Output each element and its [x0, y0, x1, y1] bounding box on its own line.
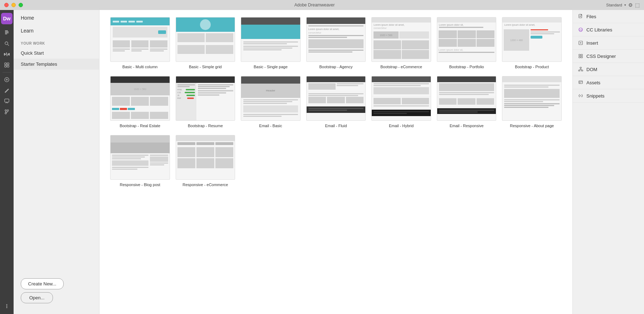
- template-item[interactable]: Lorem ipsum dolor sit amet, consectetur …: [306, 17, 366, 69]
- template-thumbnail[interactable]: [371, 76, 431, 121]
- title-bar: Adobe Dreamweaver Standard ▾ ⚙ ⬚: [0, 0, 644, 10]
- snippets-label: Snippets: [586, 93, 605, 99]
- svg-rect-0: [5, 30, 8, 31]
- close-button[interactable]: [4, 3, 9, 7]
- template-item[interactable]: Header Email - Basi: [241, 76, 301, 128]
- insert-label: Insert: [586, 40, 598, 46]
- more-icon[interactable]: [1, 301, 12, 311]
- template-thumbnail[interactable]: 1920 × 560: [110, 76, 170, 121]
- svg-point-27: [6, 307, 8, 308]
- template-item[interactable]: Email - Hybrid: [371, 76, 431, 128]
- dropdown-arrow-icon[interactable]: ▾: [624, 3, 626, 7]
- open-button[interactable]: Open...: [21, 292, 53, 303]
- svg-rect-13: [5, 63, 6, 65]
- template-name: Bootstrap - Resume: [176, 124, 235, 128]
- search-icon[interactable]: [1, 39, 12, 49]
- template-name: Basic - Single page: [241, 65, 301, 69]
- cc-libraries-label: CC Libraries: [586, 27, 612, 33]
- git-icon[interactable]: [1, 107, 12, 117]
- template-name: Email - Basic: [241, 124, 301, 128]
- home-nav-item[interactable]: Home: [14, 11, 99, 24]
- files-icon: [578, 14, 584, 19]
- template-thumbnail[interactable]: [437, 76, 497, 121]
- template-item[interactable]: Responsive - Blog post: [110, 135, 170, 187]
- create-new-button[interactable]: Create New...: [21, 278, 64, 289]
- template-item[interactable]: HTML CSS JS PHP: [176, 76, 235, 128]
- template-item[interactable]: Basic - Single page: [241, 17, 301, 69]
- template-thumbnail[interactable]: Header: [241, 76, 301, 121]
- insert-icon[interactable]: [1, 75, 12, 85]
- svg-rect-41: [579, 70, 580, 71]
- files-panel-item[interactable]: Files: [573, 10, 644, 23]
- template-item[interactable]: Lorem ipsum dolor sit,: [437, 17, 497, 69]
- template-item[interactable]: Email - Responsive: [437, 76, 497, 128]
- template-thumbnail[interactable]: [110, 135, 170, 180]
- settings-icon[interactable]: ⚙: [628, 2, 633, 8]
- svg-line-5: [8, 45, 9, 46]
- template-name: Basic - Multi column: [110, 65, 170, 69]
- template-thumbnail[interactable]: [502, 76, 562, 121]
- fullscreen-button[interactable]: [19, 3, 23, 7]
- svg-rect-36: [579, 54, 580, 56]
- empty-cell: [371, 135, 431, 187]
- template-item[interactable]: Basic - Simple grid: [176, 17, 235, 69]
- cc-libraries-icon: cc: [578, 27, 584, 33]
- content-area: Basic - Multi column: [99, 10, 572, 314]
- template-thumbnail[interactable]: Lorem ipsum dolor sit,: [437, 17, 497, 62]
- comment-icon[interactable]: [1, 96, 12, 106]
- brush-icon[interactable]: [1, 85, 12, 95]
- template-thumbnail[interactable]: [110, 17, 170, 62]
- assets-panel-item[interactable]: Assets: [573, 76, 644, 89]
- template-item[interactable]: Lorem ipsum dolor sit amet, 1200 × 460: [502, 17, 562, 69]
- svg-point-25: [6, 304, 8, 305]
- css-designer-icon: [578, 53, 584, 59]
- template-thumbnail[interactable]: [176, 17, 235, 62]
- template-item[interactable]: Basic - Multi column: [110, 17, 170, 69]
- css-designer-label: CSS Designer: [586, 54, 616, 59]
- right-panel: Files cc CC Libraries Insert CSS Designe…: [572, 10, 644, 314]
- insert-panel-item[interactable]: Insert: [573, 36, 644, 50]
- file-icon[interactable]: [1, 28, 12, 38]
- css-designer-panel-item[interactable]: CSS Designer: [573, 50, 644, 63]
- template-item[interactable]: Responsive - eCommerce: [176, 135, 235, 187]
- template-thumbnail[interactable]: [176, 135, 235, 180]
- template-name: Bootstrap - Agency: [306, 65, 366, 69]
- template-name: Bootstrap - Product: [502, 65, 562, 69]
- template-name: Responsive - Blog post: [110, 183, 170, 187]
- snippets-panel-item[interactable]: Snippets: [573, 89, 644, 103]
- element-icon[interactable]: [1, 60, 12, 70]
- starter-templates-nav-item[interactable]: Starter Templates: [14, 59, 99, 70]
- template-item[interactable]: 1920 × 560: [110, 76, 170, 128]
- minimize-button[interactable]: [11, 3, 16, 7]
- svg-rect-15: [5, 65, 6, 67]
- template-name: Bootstrap - eCommerce: [371, 65, 431, 69]
- assets-label: Assets: [586, 80, 600, 85]
- svg-line-12: [6, 53, 7, 56]
- code-icon[interactable]: [1, 49, 12, 59]
- template-thumbnail[interactable]: [241, 17, 301, 62]
- svg-point-4: [5, 42, 8, 45]
- template-thumbnail[interactable]: Lorem ipsum dolor sit amet, consectetur: [306, 17, 366, 62]
- svg-rect-37: [581, 54, 582, 56]
- template-thumbnail[interactable]: [306, 76, 366, 121]
- svg-rect-14: [7, 63, 9, 65]
- template-thumbnail[interactable]: Lorem ipsum dolor sit amet, 1200 × 460: [502, 17, 562, 62]
- title-bar-controls: Standard ▾ ⚙ ⬚: [606, 2, 640, 8]
- assets-icon: [578, 80, 584, 85]
- quick-start-nav-item[interactable]: Quick Start: [14, 48, 99, 59]
- template-thumbnail[interactable]: Lorem ipsum dolor sit amet, consectetur …: [371, 17, 431, 62]
- template-thumbnail[interactable]: HTML CSS JS PHP: [176, 76, 235, 121]
- cc-libraries-panel-item[interactable]: cc CC Libraries: [573, 23, 644, 36]
- template-item[interactable]: Lorem ipsum dolor sit amet, consectetur …: [371, 17, 431, 69]
- template-item[interactable]: Responsive - About page: [502, 76, 562, 128]
- svg-point-26: [6, 306, 8, 307]
- template-item[interactable]: Email - Fluid: [306, 76, 366, 128]
- dom-panel-item[interactable]: DOM: [573, 63, 644, 76]
- template-name: Basic - Simple grid: [176, 65, 235, 69]
- svg-rect-3: [5, 34, 7, 34]
- learn-nav-item[interactable]: Learn: [14, 24, 99, 37]
- window-title: Adobe Dreamweaver: [26, 3, 603, 8]
- svg-rect-30: [580, 16, 581, 17]
- template-name: Responsive - eCommerce: [176, 183, 235, 187]
- extend-icon[interactable]: ⬚: [635, 2, 640, 8]
